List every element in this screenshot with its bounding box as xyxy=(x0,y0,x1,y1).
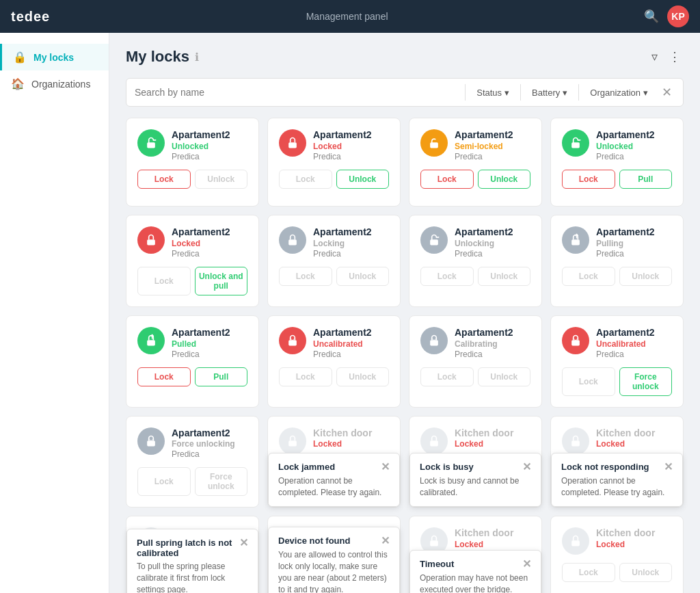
lock-button[interactable]: Lock xyxy=(420,170,474,189)
unlock-button[interactable]: Unlock xyxy=(478,170,531,189)
search-icon[interactable]: 🔍 xyxy=(644,9,659,24)
lock-status-label: Locked xyxy=(313,142,372,151)
lock-button[interactable]: Lock xyxy=(562,170,615,189)
card-popup: Lock is busy ✕ Lock is busy and cannot b… xyxy=(409,453,541,508)
lock-info: Kitchen door Locked xyxy=(596,427,655,450)
lock-info: Apartament2 Force unlocking Predica xyxy=(172,427,235,460)
popup-title: Timeout ✕ xyxy=(420,559,531,570)
popup-text: Operation cannot be completed. Please tr… xyxy=(561,475,673,499)
popup-title: Lock is busy ✕ xyxy=(420,462,531,473)
lock-card: Apartament2 Calibrating Predica Lock Unl… xyxy=(409,315,542,408)
svg-rect-28 xyxy=(288,440,297,446)
unlock-button[interactable]: Pull xyxy=(195,367,248,386)
search-input[interactable] xyxy=(135,87,459,98)
lock-info: Apartament2 Uncalibrated Predica xyxy=(596,327,655,359)
page-title-info-icon: ℹ xyxy=(195,51,199,64)
lock-actions: Lock Unlock xyxy=(137,170,247,189)
lock-status-icon xyxy=(279,226,306,254)
lock-status-label: Locked xyxy=(455,439,513,449)
popup-text: Operation cannot be completed. Please tr… xyxy=(278,475,390,499)
lock-name: Apartament2 xyxy=(172,327,230,339)
lock-org: Predica xyxy=(172,152,230,161)
sidebar-item-organizations[interactable]: 🏠 Organizations xyxy=(0,70,109,97)
lock-button[interactable]: Lock xyxy=(137,170,191,189)
top-nav: tedee Management panel 🔍 KP xyxy=(0,0,700,33)
lock-status-icon xyxy=(420,327,448,354)
lock-card: Kitchen door Locked Lock Unlock Timeout … xyxy=(409,516,542,593)
lock-card-header: Kitchen door Locked xyxy=(279,427,389,455)
lock-org: Predica xyxy=(172,449,235,459)
lock-name: Apartament2 xyxy=(313,129,372,141)
popup-close-button[interactable]: ✕ xyxy=(522,462,531,473)
more-options-button[interactable]: ⋮ xyxy=(666,47,684,67)
lock-org: Predica xyxy=(172,249,230,259)
lock-card-header: Apartament2 Uncalibrated Predica xyxy=(562,327,672,359)
lock-status-label: Locked xyxy=(596,439,655,449)
unlock-button: Unlock xyxy=(195,170,248,189)
unlock-button: Unlock xyxy=(619,563,673,582)
lock-button: Lock xyxy=(137,267,191,295)
lock-status-label: Unlocked xyxy=(596,142,655,151)
lock-actions: Lock Unlock xyxy=(279,267,389,286)
lock-name: Apartament2 xyxy=(172,226,230,238)
filter-icon-button[interactable]: ▿ xyxy=(649,47,660,67)
svg-rect-33 xyxy=(430,541,438,546)
filter-divider-1 xyxy=(465,84,466,101)
popup-title: Pull spring latch is not calibrated ✕ xyxy=(137,538,248,558)
lock-card: Apartament2 Locking Predica Lock Unlock xyxy=(267,215,401,307)
svg-rect-3 xyxy=(430,142,438,148)
lock-card: Kitchen door Locked Lock Unlock xyxy=(550,516,684,593)
filter-divider-3 xyxy=(578,84,579,101)
lock-name: Apartament2 xyxy=(596,129,655,141)
popup-text: Operation may have not been executed ove… xyxy=(420,572,531,593)
popup-close-button[interactable]: ✕ xyxy=(381,536,390,546)
popup-close-button[interactable]: ✕ xyxy=(381,462,390,473)
battery-filter[interactable]: Battery ▾ xyxy=(526,88,573,98)
popup-text: Lock is busy and cannot be calibrated. xyxy=(420,475,531,499)
status-filter[interactable]: Status ▾ xyxy=(471,88,515,98)
popup-close-button[interactable]: ✕ xyxy=(239,538,248,549)
sidebar-item-my-locks[interactable]: 🔒 My locks xyxy=(0,44,109,70)
lock-name: Apartament2 xyxy=(455,226,513,238)
unlock-button[interactable]: Pull xyxy=(619,170,673,189)
lock-button[interactable]: Lock xyxy=(137,367,191,386)
lock-status-label: Uncalibrated xyxy=(596,339,655,349)
svg-rect-29 xyxy=(430,440,438,446)
lock-icon: 🔒 xyxy=(13,51,27,64)
lock-status-icon xyxy=(562,129,589,157)
lock-actions: Lock Unlock xyxy=(562,563,672,582)
unlock-button[interactable]: Unlock and pull xyxy=(195,267,248,295)
lock-button: Lock xyxy=(279,267,332,286)
filter-clear-button[interactable]: ✕ xyxy=(659,85,675,100)
svg-rect-30 xyxy=(571,440,580,446)
lock-status-label: Calibrating xyxy=(455,339,513,349)
lock-name: Apartament2 xyxy=(313,327,372,339)
popup-close-button[interactable]: ✕ xyxy=(522,559,531,570)
card-popup: Device not found ✕ You are allowed to co… xyxy=(268,527,400,593)
page-header: My locks ℹ ▿ ⋮ xyxy=(126,47,684,67)
lock-status-label: Pulling xyxy=(596,239,655,248)
svg-rect-34 xyxy=(571,541,580,546)
popup-close-button[interactable]: ✕ xyxy=(664,462,673,473)
lock-org: Predica xyxy=(596,152,655,161)
lock-actions: Lock Unlock xyxy=(420,267,530,286)
lock-card: Apartament2 Locked Predica Lock Unlock a… xyxy=(126,215,259,307)
card-popup: Pull spring latch is not calibrated ✕ To… xyxy=(126,529,258,593)
lock-card: Apartament2 Uncalibrated Predica Lock Un… xyxy=(267,315,401,408)
lock-info: Apartament2 Pulling Predica xyxy=(596,226,655,259)
unlock-button: Force unlock xyxy=(195,467,248,496)
unlock-button: Unlock xyxy=(336,267,390,286)
lock-card: Kitchen door Locked Lock Unlock Lock is … xyxy=(409,416,542,508)
lock-button: Lock xyxy=(420,267,474,286)
unlock-button[interactable]: Unlock xyxy=(336,170,390,189)
user-avatar[interactable]: KP xyxy=(667,5,689,27)
lock-grid: Apartament2 Unlocked Predica Lock Unlock… xyxy=(126,118,684,593)
lock-button: Lock xyxy=(562,367,615,396)
lock-card: Kitchen door Locked Lock Unlock Pull spr… xyxy=(126,516,259,593)
lock-card-header: Kitchen door Locked xyxy=(562,427,672,455)
lock-info: Apartament2 Unlocked Predica xyxy=(172,129,230,161)
unlock-button: Unlock xyxy=(478,367,531,386)
unlock-button[interactable]: Force unlock xyxy=(619,367,673,396)
organization-filter[interactable]: Organization ▾ xyxy=(584,88,654,98)
lock-name: Kitchen door xyxy=(596,527,655,539)
